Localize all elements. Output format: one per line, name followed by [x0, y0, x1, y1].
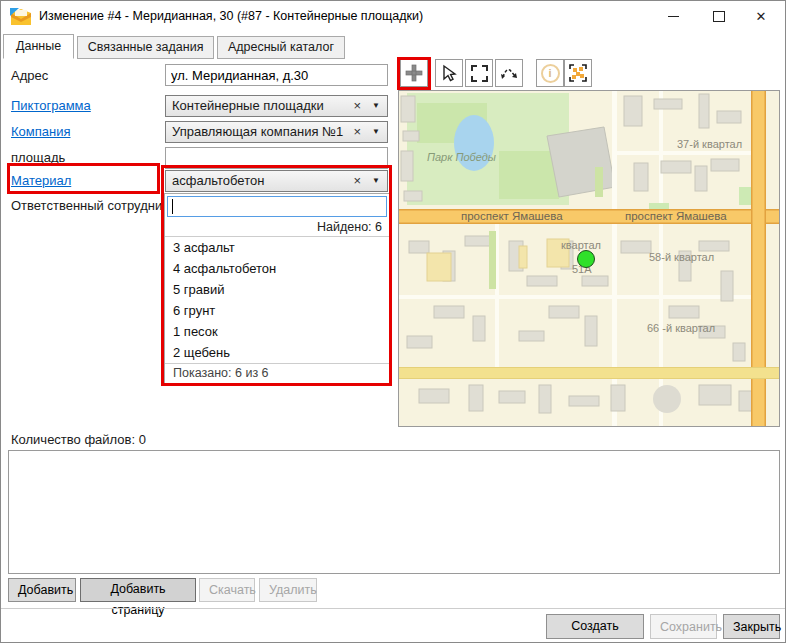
address-label: Адрес	[11, 68, 48, 83]
list-item[interactable]: 4 асфальтобетон	[165, 258, 389, 279]
add-page-button[interactable]: Добавить страницу	[80, 578, 196, 602]
map-panel[interactable]: Парк Победы проспект Ямашева проспект Ям…	[398, 90, 780, 427]
map-label: проспект Ямашева	[461, 210, 563, 222]
employee-label: Ответственный сотрудник	[11, 198, 168, 213]
material-dropdown-popup: Найдено: 6 3 асфальт 4 асфальтобетон 5 г…	[164, 193, 390, 384]
maximize-button[interactable]	[701, 1, 737, 32]
clear-icon[interactable]: ×	[353, 122, 361, 142]
map-label: квартал	[561, 239, 601, 251]
map-label: проспект Ямашева	[625, 210, 727, 222]
dialog-window: Изменение #4 - Меридианная, 30 (#87 - Ко…	[0, 0, 786, 643]
window-title: Изменение #4 - Меридианная, 30 (#87 - Ко…	[39, 9, 423, 23]
map-point-marker[interactable]	[577, 250, 595, 268]
list-item[interactable]: 2 щебень	[165, 342, 389, 363]
pictogram-combo[interactable]: Контейнерные площадки × ▼	[165, 95, 388, 117]
footer-separator	[1, 608, 785, 609]
material-combo[interactable]: асфальтобетон × ▼	[165, 170, 388, 192]
company-link[interactable]: Компания	[11, 124, 71, 139]
address-input[interactable]	[165, 64, 388, 86]
tab-related-tasks[interactable]: Связанные задания	[77, 36, 215, 59]
map-label: 58-й квартал	[649, 251, 714, 263]
save-button[interactable]: Сохранить	[650, 614, 717, 639]
files-count-label: Количество файлов: 0	[11, 432, 146, 447]
tab-address-catalog[interactable]: Адресный каталог	[217, 36, 345, 59]
create-task-button[interactable]: Создать задание	[546, 614, 644, 639]
title-bar: Изменение #4 - Меридианная, 30 (#87 - Ко…	[1, 1, 785, 33]
add-point-tool-button[interactable]	[400, 59, 428, 87]
area-input[interactable]	[165, 147, 388, 169]
map-label: 37-й квартал	[677, 138, 742, 150]
close-button[interactable]: Закрыть	[723, 614, 780, 639]
area-label: площадь	[11, 150, 65, 165]
chevron-down-icon[interactable]: ▼	[372, 96, 380, 116]
found-count-label: Найдено: 6	[165, 219, 389, 237]
pictogram-link[interactable]: Пиктограмма	[11, 98, 91, 113]
plus-icon	[405, 64, 423, 82]
add-file-button[interactable]: Добавить	[8, 578, 76, 602]
material-value: асфальтобетон	[172, 173, 264, 188]
chevron-down-icon[interactable]: ▼	[372, 122, 380, 142]
map-label: 66 -й квартал	[647, 322, 715, 334]
info-icon: i	[541, 64, 560, 83]
clear-icon[interactable]: ×	[353, 96, 361, 116]
text-caret	[172, 199, 173, 214]
rect-select-tool-button[interactable]	[465, 59, 493, 87]
company-combo[interactable]: Управляющая компания №1 × ▼	[165, 121, 388, 143]
map-label: Парк Победы	[427, 151, 496, 163]
info-tool-button[interactable]: i	[536, 59, 564, 87]
minimize-button[interactable]	[655, 1, 691, 32]
dashed-rect-icon	[471, 65, 488, 82]
list-item[interactable]: 1 песок	[165, 321, 389, 342]
close-window-button[interactable]: ✕	[743, 1, 779, 32]
chevron-down-icon[interactable]: ▼	[372, 171, 380, 191]
files-list-box[interactable]	[8, 450, 780, 574]
select-tool-button[interactable]	[435, 59, 463, 87]
edit-vertices-tool-button[interactable]	[495, 59, 523, 87]
objects-cluster-icon	[569, 64, 587, 82]
cursor-arrow-icon	[440, 64, 458, 82]
tab-strip: Данные Связанные задания Адресный катало…	[3, 34, 344, 57]
download-button[interactable]: Скачать	[199, 578, 255, 602]
tab-data[interactable]: Данные	[3, 34, 74, 59]
curved-arrow-icon	[499, 64, 519, 82]
clear-icon[interactable]: ×	[353, 171, 361, 191]
pictogram-value: Контейнерные площадки	[172, 98, 324, 113]
delete-button[interactable]: Удалить	[259, 578, 317, 602]
dropdown-search-input[interactable]	[167, 196, 387, 217]
app-envelope-icon	[10, 8, 32, 26]
show-objects-tool-button[interactable]	[564, 59, 592, 87]
list-item[interactable]: 3 асфальт	[165, 237, 389, 258]
list-item[interactable]: 5 гравий	[165, 279, 389, 300]
material-link[interactable]: Материал	[11, 173, 71, 188]
shown-count-label: Показано: 6 из 6	[165, 363, 389, 383]
list-item[interactable]: 6 грунт	[165, 300, 389, 321]
company-value: Управляющая компания №1	[172, 124, 343, 139]
